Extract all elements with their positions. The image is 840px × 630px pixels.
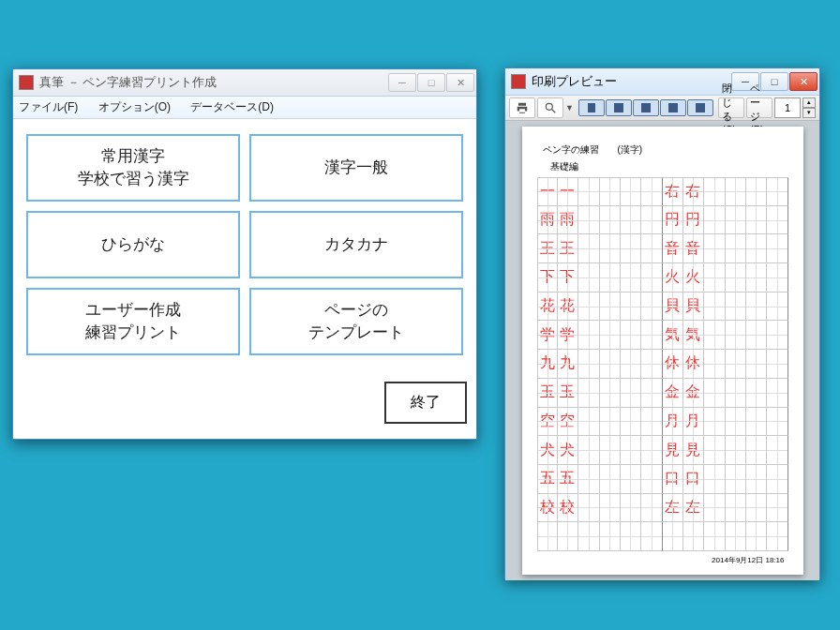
practice-cell <box>641 234 662 263</box>
practice-cell <box>641 206 662 235</box>
practice-cell: 左 <box>663 494 683 523</box>
practice-cell <box>537 522 558 551</box>
page-footer: 2014年9月12日 18:16 <box>537 555 788 565</box>
practice-cell: 見 <box>663 436 683 465</box>
practice-cell <box>578 465 599 494</box>
practice-cell <box>621 522 641 551</box>
practice-cell <box>746 263 767 292</box>
practice-cell: 右 <box>663 177 683 206</box>
practice-cell: 雨 <box>537 206 558 235</box>
layout-1-button[interactable] <box>578 99 605 116</box>
practice-cell: 見 <box>683 436 704 465</box>
practice-cell <box>746 350 767 379</box>
practice-cell: 一 <box>537 177 558 206</box>
practice-cell <box>726 292 746 322</box>
practice-cell <box>704 177 725 206</box>
practice-cell: 気 <box>683 321 704 350</box>
practice-cell <box>600 494 621 523</box>
close-button[interactable]: ✕ <box>446 73 474 92</box>
practice-cell: 貝 <box>683 292 704 322</box>
practice-cell <box>704 522 725 551</box>
practice-cell: 花 <box>537 292 558 322</box>
practice-cell <box>767 408 788 437</box>
practice-cell: 王 <box>537 234 558 263</box>
practice-cell <box>641 522 662 551</box>
practice-cell <box>621 234 641 263</box>
practice-cell <box>726 321 746 350</box>
katakana-button[interactable]: カタカナ <box>249 211 463 278</box>
page-number-input[interactable] <box>774 98 801 118</box>
practice-cell <box>600 292 621 322</box>
practice-cell <box>726 522 746 551</box>
practice-cell: 貝 <box>663 292 683 322</box>
app-icon <box>511 74 526 89</box>
svg-point-0 <box>546 103 552 110</box>
practice-cell: 下 <box>537 263 558 292</box>
practice-cell: 円 <box>663 206 683 235</box>
practice-cell <box>767 522 788 551</box>
practice-cell: 五 <box>558 465 578 494</box>
kanji-general-button[interactable]: 漢字一般 <box>249 134 463 202</box>
practice-cell: 口 <box>663 465 683 494</box>
practice-cell <box>746 292 767 322</box>
practice-cell: 気 <box>663 321 683 350</box>
exit-button[interactable]: 終了 <box>384 382 467 424</box>
practice-cell <box>726 350 746 379</box>
user-print-button[interactable]: ユーザー作成 練習プリント <box>26 288 240 355</box>
practice-cell <box>600 350 621 379</box>
practice-cell: 金 <box>663 379 683 408</box>
practice-cell <box>578 522 599 551</box>
practice-cell <box>641 321 662 350</box>
menu-database[interactable]: データベース(D) <box>190 100 274 113</box>
practice-cell: 月 <box>663 408 683 437</box>
close-preview-button[interactable]: 閉じる(C) <box>718 98 744 118</box>
practice-cell <box>704 350 725 379</box>
page-up-button[interactable]: ▴ <box>802 98 816 108</box>
practice-cell: 犬 <box>537 436 558 465</box>
layout-6-button[interactable] <box>687 99 713 116</box>
practice-cell <box>726 494 746 523</box>
practice-cell: 校 <box>537 494 558 523</box>
practice-cell: 火 <box>683 263 704 292</box>
practice-cell <box>621 379 641 408</box>
practice-cell <box>704 436 725 465</box>
layout-4-button[interactable] <box>660 99 686 116</box>
practice-cell <box>600 177 621 206</box>
practice-cell <box>621 321 641 350</box>
maximize-button[interactable]: □ <box>417 73 445 92</box>
practice-cell <box>600 263 621 292</box>
minimize-button[interactable]: ─ <box>388 73 416 92</box>
practice-cell <box>704 263 725 292</box>
joyo-kanji-button[interactable]: 常用漢字 学校で習う漢字 <box>26 134 240 202</box>
practice-cell <box>726 263 746 292</box>
print-icon[interactable] <box>509 98 535 118</box>
practice-cell <box>621 177 641 206</box>
practice-cell: 休 <box>663 350 683 379</box>
practice-cell <box>621 263 641 292</box>
practice-cell <box>704 321 725 350</box>
practice-cell <box>600 206 621 235</box>
layout-3-button[interactable] <box>633 99 659 116</box>
practice-cell <box>704 206 725 235</box>
practice-cell <box>641 408 662 437</box>
practice-cell <box>578 177 599 206</box>
layout-2-button[interactable] <box>606 99 632 116</box>
dropdown-icon[interactable]: ▼ <box>565 103 574 112</box>
practice-cell <box>578 379 599 408</box>
practice-cell <box>746 321 767 350</box>
practice-cell <box>767 465 788 494</box>
practice-cell <box>746 408 767 437</box>
menu-options[interactable]: オプション(O) <box>98 100 171 113</box>
zoom-icon[interactable] <box>537 98 563 118</box>
hiragana-button[interactable]: ひらがな <box>26 211 240 278</box>
page-template-button[interactable]: ページの テンプレート <box>249 288 463 355</box>
practice-cell <box>663 522 683 551</box>
practice-cell <box>746 206 767 235</box>
practice-cell <box>621 292 641 322</box>
page-down-button[interactable]: ▾ <box>802 108 816 118</box>
practice-cell <box>683 522 704 551</box>
close-button[interactable]: ✕ <box>789 72 818 91</box>
practice-cell: 雨 <box>558 206 578 235</box>
menu-file[interactable]: ファイル(F) <box>19 100 78 113</box>
practice-cell <box>600 234 621 263</box>
